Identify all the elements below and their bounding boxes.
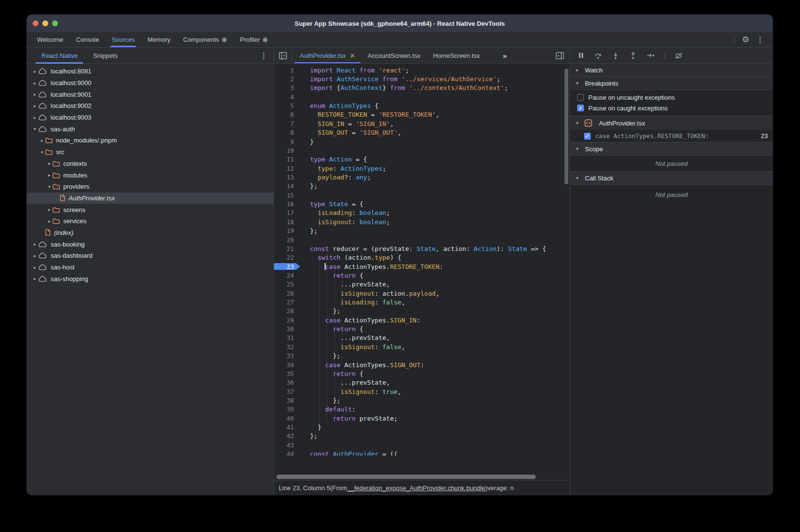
line-number[interactable]: 5 bbox=[274, 102, 294, 109]
tree-row-contexts[interactable]: ▸contexts bbox=[27, 158, 273, 170]
navigator-more-icon[interactable]: ⋮ bbox=[256, 48, 273, 63]
tree-row-src[interactable]: ▾src bbox=[27, 146, 273, 158]
line-number[interactable]: 29 bbox=[274, 317, 294, 324]
vertical-scrollbar[interactable] bbox=[564, 69, 568, 184]
tree-row-sas-booking[interactable]: ▸sas-booking bbox=[27, 238, 273, 250]
line-number[interactable]: 24 bbox=[274, 272, 294, 279]
code-line-36[interactable]: 36 ...prevState, bbox=[274, 378, 563, 387]
code-line-38[interactable]: 38 }; bbox=[274, 396, 563, 405]
code-line-5[interactable]: 5enum ActionTypes { bbox=[274, 101, 563, 110]
chevron-right-icon[interactable]: ▸ bbox=[46, 173, 53, 177]
tree-row-node-modules-pnpm[interactable]: ▸node_modules/.pnpm bbox=[27, 135, 273, 146]
code-line-10[interactable]: 10 bbox=[274, 146, 563, 155]
line-number[interactable]: 8 bbox=[274, 129, 294, 136]
line-number[interactable]: 11 bbox=[274, 156, 294, 163]
source-bundle-link[interactable]: __federation_expose_AuthProvider.chunk.b… bbox=[347, 484, 485, 492]
pause-uncaught-row[interactable]: Pause on uncaught exceptions bbox=[570, 92, 773, 103]
breakpoint-file-row[interactable]: ▾ AuthProvider.tsx bbox=[570, 116, 773, 130]
line-number[interactable]: 40 bbox=[274, 415, 294, 422]
code-line-31[interactable]: 31 ...prevState, bbox=[274, 334, 563, 342]
line-number[interactable]: 33 bbox=[274, 352, 294, 359]
line-number[interactable]: 35 bbox=[274, 370, 294, 377]
code-line-2[interactable]: 2import AuthService from '../services/Au… bbox=[274, 74, 563, 83]
line-number[interactable]: 10 bbox=[274, 147, 294, 154]
line-number[interactable]: 34 bbox=[274, 361, 294, 369]
chevron-right-icon[interactable]: ▸ bbox=[39, 138, 45, 143]
pause-caught-checkbox[interactable]: ✓ bbox=[577, 105, 584, 111]
step-into-icon[interactable] bbox=[612, 52, 619, 59]
tree-row--index-[interactable]: (index) bbox=[27, 227, 273, 239]
code-line-33[interactable]: 33 }; bbox=[274, 352, 563, 360]
collapse-navigator-icon[interactable] bbox=[274, 48, 292, 63]
tab-profiler[interactable]: Profiler bbox=[234, 32, 274, 47]
code-line-4[interactable]: 4 bbox=[274, 92, 563, 101]
breakpoint-line-number[interactable]: 23 bbox=[274, 263, 294, 270]
code-line-44[interactable]: 44const AuthProvider = (( bbox=[274, 449, 563, 456]
call-stack-section-header[interactable]: ▾ Call Stack bbox=[570, 171, 773, 185]
line-number[interactable]: 17 bbox=[274, 209, 294, 216]
code-line-1[interactable]: 1import React from 'react'; bbox=[274, 66, 563, 74]
settings-gear-icon[interactable]: ⚙ bbox=[739, 35, 752, 45]
breakpoint-entry-row[interactable]: ✓ case ActionTypes.RESTORE_TOKEN: 23 bbox=[570, 130, 773, 142]
line-number[interactable]: 31 bbox=[274, 334, 294, 341]
line-number[interactable]: 25 bbox=[274, 281, 294, 288]
chevron-down-icon[interactable]: ▾ bbox=[39, 150, 45, 155]
line-number[interactable]: 41 bbox=[274, 424, 294, 431]
code-line-22[interactable]: 22 switch (action.type) { bbox=[274, 253, 563, 262]
line-number[interactable]: 39 bbox=[274, 406, 294, 413]
line-number[interactable]: 3 bbox=[274, 84, 294, 91]
tree-row-localhost-9001[interactable]: ▸localhost:9001 bbox=[27, 89, 273, 100]
chevron-down-icon[interactable]: ▾ bbox=[32, 126, 38, 131]
chevron-right-icon[interactable]: ▸ bbox=[32, 115, 38, 120]
code-line-15[interactable]: 15 bbox=[274, 191, 563, 199]
pause-uncaught-checkbox[interactable] bbox=[577, 94, 584, 101]
line-number[interactable]: 36 bbox=[274, 379, 294, 386]
code-line-30[interactable]: 30 return { bbox=[274, 324, 563, 333]
chevron-right-icon[interactable]: ▸ bbox=[32, 69, 38, 74]
tree-row-localhost-9000[interactable]: ▸localhost:9000 bbox=[27, 77, 273, 89]
line-number[interactable]: 42 bbox=[274, 432, 294, 440]
line-number[interactable]: 28 bbox=[274, 307, 294, 315]
tree-row-providers[interactable]: ▾providers bbox=[27, 181, 273, 193]
code-line-3[interactable]: 3import {AuthContext} from '../contexts/… bbox=[274, 84, 563, 92]
code-line-27[interactable]: 27 isLoading: false, bbox=[274, 298, 563, 306]
horizontal-scrollbar[interactable] bbox=[276, 475, 536, 479]
chevron-right-icon[interactable]: ▸ bbox=[32, 276, 38, 281]
code-line-18[interactable]: 18 isSignout: boolean; bbox=[274, 217, 563, 226]
code-line-35[interactable]: 35 return { bbox=[274, 369, 563, 378]
chevron-right-icon[interactable]: ▸ bbox=[32, 104, 38, 108]
line-number[interactable]: 16 bbox=[274, 200, 294, 208]
line-number[interactable]: 44 bbox=[274, 450, 294, 456]
pause-icon[interactable] bbox=[578, 52, 584, 59]
code-line-9[interactable]: 9} bbox=[274, 137, 563, 146]
line-number[interactable]: 22 bbox=[274, 254, 294, 261]
code-line-26[interactable]: 26 isSignout: action.payload, bbox=[274, 289, 563, 298]
tree-row-services[interactable]: ▸services bbox=[27, 215, 273, 227]
line-number[interactable]: 18 bbox=[274, 218, 294, 226]
tree-row-screens[interactable]: ▸screens bbox=[27, 204, 273, 215]
line-number[interactable]: 20 bbox=[274, 236, 294, 244]
code-line-21[interactable]: 21const reducer = (prevState: State, act… bbox=[274, 244, 563, 253]
tree-row-authprovider-tsx[interactable]: AuthProvider.tsx bbox=[27, 193, 273, 204]
tree-row-sas-dashboard[interactable]: ▸sas-dashboard bbox=[27, 250, 273, 262]
tab-components[interactable]: Components bbox=[177, 32, 234, 47]
code-line-39[interactable]: 39 default: bbox=[274, 405, 563, 414]
code-line-28[interactable]: 28 }; bbox=[274, 307, 563, 316]
line-number[interactable]: 1 bbox=[274, 67, 294, 74]
tree-row-sas-shopping[interactable]: ▸sas-shopping bbox=[27, 273, 273, 284]
line-number[interactable]: 30 bbox=[274, 325, 294, 333]
more-options-icon[interactable]: ⋮ bbox=[752, 35, 768, 44]
editor-tab-homescreen-tsx[interactable]: HomeScreen.tsx bbox=[427, 48, 486, 63]
code-editor[interactable]: 1import React from 'react';2import AuthS… bbox=[274, 64, 570, 480]
code-line-17[interactable]: 17 isLoading: boolean; bbox=[274, 209, 563, 217]
step-out-icon[interactable] bbox=[629, 52, 637, 59]
line-number[interactable]: 2 bbox=[274, 75, 294, 83]
tree-row-sas-host[interactable]: ▸sas-host bbox=[27, 262, 273, 273]
chevron-right-icon[interactable]: ▸ bbox=[46, 207, 53, 212]
chevron-right-icon[interactable]: ▸ bbox=[32, 253, 38, 258]
code-line-25[interactable]: 25 ...prevState, bbox=[274, 280, 563, 289]
chevron-right-icon[interactable]: ▸ bbox=[32, 265, 38, 270]
code-line-40[interactable]: 40 return prevState; bbox=[274, 414, 563, 423]
code-line-6[interactable]: 6 RESTORE_TOKEN = 'RESTORE_TOKEN', bbox=[274, 110, 563, 119]
tree-row-modules[interactable]: ▸modules bbox=[27, 169, 273, 181]
